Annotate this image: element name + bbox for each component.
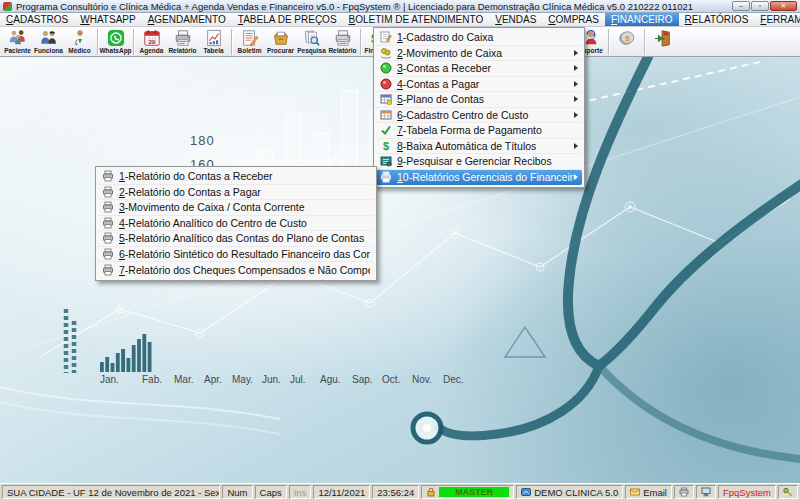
menu-item-centro-custo[interactable]: 6-Cadastro Centro de Custo — [376, 108, 582, 124]
printer-small-icon — [102, 264, 114, 276]
exit-button[interactable] — [647, 28, 678, 56]
submenu-item-sintetico-resultado[interactable]: 6-Relatório Sintético do Resultado Finan… — [98, 247, 374, 263]
calendar-icon: 29 — [143, 29, 161, 47]
menu-whatsapp[interactable]: WHATSAPP — [74, 13, 141, 26]
whatsapp-icon — [107, 29, 125, 47]
relatorio-button[interactable]: Relatório — [327, 28, 358, 56]
relatorios-submenu: 1-Relatório do Contas a Receber 2-Relató… — [95, 166, 377, 281]
toolbar-separator — [360, 29, 361, 55]
status-ins: Ins — [289, 485, 312, 499]
printer-small-icon — [102, 232, 114, 244]
menu-item-forma-pagamento[interactable]: 7-Tabela Forma de Pagamento — [376, 123, 582, 139]
submenu-item-contas-receber[interactable]: 1-Relatório do Contas a Receber — [98, 169, 374, 185]
whatsapp-button[interactable]: WhatsApp — [100, 28, 131, 56]
status-bar: SUA CIDADE - UF 12 de Novembro de 2021 -… — [0, 483, 800, 500]
doctor-icon — [71, 29, 89, 47]
printer-icon — [679, 487, 689, 497]
printer-small-icon — [380, 171, 392, 183]
menu-cadastros[interactable]: CADASTROS — [0, 13, 74, 26]
status-user: MASTER — [421, 485, 514, 499]
menu-financeiro[interactable]: FINANCEIRO — [605, 13, 679, 26]
bg-month-label: Oct. — [382, 374, 400, 385]
menu-item-contas-pagar[interactable]: 4-Contas a Pagar — [376, 77, 582, 93]
minimize-button[interactable]: – — [732, 1, 750, 11]
menu-vendas[interactable]: VENDAS — [489, 13, 542, 26]
printer-small-icon — [102, 217, 114, 229]
title-bar: Programa Consultório e Clínica Médica + … — [0, 0, 800, 13]
funcionario-button[interactable]: Funciona — [33, 28, 64, 56]
status-network[interactable] — [696, 485, 716, 499]
window-title: Programa Consultório e Clínica Médica + … — [16, 1, 693, 12]
submenu-arrow-icon — [574, 96, 578, 102]
medico-button[interactable]: Médico — [64, 28, 95, 56]
coin-icon: $ — [618, 29, 636, 47]
bg-month-label: Jun. — [262, 374, 281, 385]
procurar-button[interactable]: Procurar — [265, 28, 296, 56]
paciente-button[interactable]: Paciente — [2, 28, 33, 56]
menu-compras[interactable]: COMPRAS — [542, 13, 605, 26]
status-date: 12/11/2021 — [313, 485, 370, 499]
menu-item-plano-contas[interactable]: 5-Plano de Contas — [376, 92, 582, 108]
status-print[interactable] — [674, 485, 694, 499]
menu-item-gerenciar-recibos[interactable]: 9-Pesquisar e Gerenciar Recibos — [376, 154, 582, 170]
submenu-arrow-icon — [574, 143, 578, 149]
dollar-icon: $ — [380, 140, 392, 152]
printer-report-icon — [174, 29, 192, 47]
patients-icon — [9, 29, 27, 47]
status-caps: Caps — [255, 485, 287, 499]
submenu-item-analitico-plano-contas[interactable]: 5-Relatório Analítico das Contas do Plan… — [98, 231, 374, 247]
hand-coins-icon — [380, 47, 392, 59]
menu-tabela-precos[interactable]: TABELA DE PREÇOS — [232, 13, 343, 26]
menu-boletim[interactable]: BOLETIM DE ATENDIMENTO — [343, 13, 490, 26]
submenu-item-cheques-compensados[interactable]: 7-Relatório dos Cheques Compensados e Nã… — [98, 262, 374, 278]
menu-item-movimento-caixa[interactable]: 2-Movimento de Caixa — [376, 46, 582, 62]
submenu-item-contas-pagar[interactable]: 2-Relatório do Contas a Pagar — [98, 185, 374, 201]
status-user-label: MASTER — [439, 487, 509, 497]
relatorio-agenda-button[interactable]: Relatório — [167, 28, 198, 56]
search-pages-icon — [303, 29, 321, 47]
chart-page-icon — [205, 29, 223, 47]
bg-month-label: Nov. — [412, 374, 432, 385]
menu-item-baixa-automatica[interactable]: $ 8-Baixa Automática de Títulos — [376, 139, 582, 155]
document-pencil-icon — [241, 29, 259, 47]
bg-month-label: Jul. — [290, 374, 306, 385]
menu-relatorios[interactable]: RELATÓRIOS — [679, 13, 755, 26]
tabela-button[interactable]: Tabela — [198, 28, 229, 56]
pesquisa-button[interactable]: Pesquisa — [296, 28, 327, 56]
bg-month-label: May. — [232, 374, 253, 385]
green-sphere-icon — [380, 62, 392, 74]
menu-agendamento[interactable]: AGENDAMENTO — [142, 13, 232, 26]
table-icon — [380, 93, 392, 105]
lock-icon — [426, 487, 436, 497]
toolbar-separator — [608, 29, 609, 55]
submenu-item-analitico-centro-custo[interactable]: 4-Relatório Analítico do Centro de Custo — [98, 216, 374, 232]
bg-axis-label: 180 — [190, 133, 215, 148]
printer-small-icon — [102, 186, 114, 198]
status-clinic: DEMO CLINICA 5.0 — [516, 485, 623, 499]
coin-button[interactable]: $ — [611, 28, 642, 56]
bg-month-label: Sap. — [352, 374, 373, 385]
maximize-button[interactable]: ▫ — [751, 1, 769, 11]
menu-ferramentas[interactable]: FERRAMENTAS — [754, 13, 800, 26]
submenu-arrow-icon — [574, 50, 578, 56]
menu-item-contas-receber[interactable]: 3-Contas a Receber — [376, 61, 582, 77]
clinic-icon — [521, 487, 531, 497]
status-time: 23:56:24 — [372, 485, 419, 499]
bg-month-label: Fab. — [142, 374, 162, 385]
financeiro-dropdown-menu: 1-Cadastro do Caixa 2-Movimento de Caixa… — [373, 27, 585, 188]
status-num: Num — [222, 485, 252, 499]
agenda-button[interactable]: 29 Agenda — [136, 28, 167, 56]
printer-small-icon — [102, 170, 114, 182]
menu-item-relatorios-gerenciais[interactable]: 10-Relatórios Gerenciais do Financeiro — [376, 170, 582, 186]
status-email[interactable]: Email — [625, 485, 672, 499]
status-brand: FpqSystem — [718, 485, 776, 499]
menu-item-cadastro-caixa[interactable]: 1-Cadastro do Caixa — [376, 30, 582, 46]
bg-month-label: Dec. — [443, 374, 464, 385]
close-button[interactable]: ✕ — [770, 1, 797, 11]
bg-month-label: Jan. — [100, 374, 119, 385]
toolbar-separator — [133, 29, 134, 55]
submenu-item-movimento-caixa[interactable]: 3-Movimento de Caixa / Conta Corrente — [98, 200, 374, 216]
submenu-arrow-icon — [574, 81, 578, 87]
boletim-button[interactable]: Boletim — [234, 28, 265, 56]
printer-icon — [334, 29, 352, 47]
